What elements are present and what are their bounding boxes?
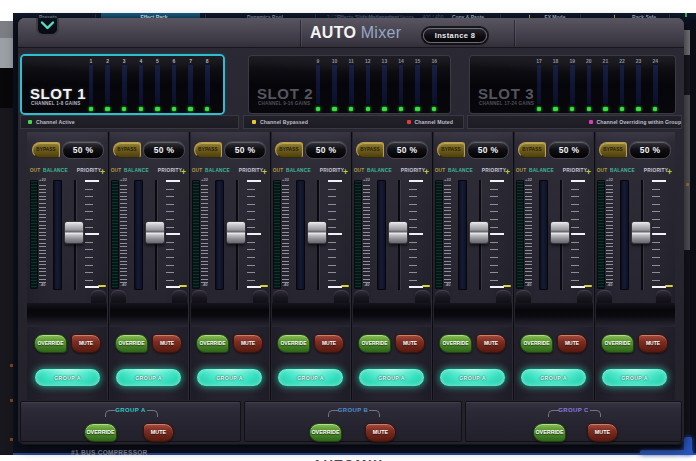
channel-gain-bar[interactable] (620, 65, 625, 104)
balance-fader-track[interactable] (458, 180, 467, 290)
override-button[interactable]: OVERRIDE (439, 334, 472, 353)
override-button[interactable]: OVERRIDE (358, 334, 391, 353)
divider-tab[interactable] (577, 290, 592, 303)
channel-gain-bar[interactable] (122, 65, 127, 104)
bypass-button[interactable]: BYPASS (437, 142, 465, 158)
mute-button[interactable]: MUTE (71, 334, 101, 353)
divider-tab[interactable] (656, 290, 671, 303)
slot-panel-3[interactable]: SLOT 3 CHANNEL 17-24 GAINS 17 18 19 20 2… (470, 56, 675, 113)
override-button[interactable]: OVERRIDE (277, 334, 310, 353)
group-override-button[interactable]: OVERRIDE (309, 423, 342, 442)
bypass-button[interactable]: BYPASS (356, 142, 384, 158)
priority-fader-handle[interactable] (64, 221, 84, 244)
priority-fader-handle[interactable] (631, 221, 651, 244)
priority-fader-handle[interactable] (550, 221, 570, 244)
group-assign-button[interactable]: GROUP A (196, 368, 263, 387)
instance-selector[interactable]: Instance 8 (423, 28, 487, 43)
balance-fader-track[interactable] (539, 180, 548, 290)
channel-gain-bar[interactable] (603, 65, 608, 104)
channel-gain-bar[interactable] (636, 65, 641, 104)
override-button[interactable]: OVERRIDE (520, 334, 553, 353)
channel-gain-bar[interactable] (105, 65, 110, 104)
group-mute-button[interactable]: MUTE (143, 423, 174, 442)
group-override-button[interactable]: OVERRIDE (84, 423, 117, 442)
slot-panel-1[interactable]: SLOT 1 CHANNEL 1-8 GAINS 1 2 3 4 5 6 7 8 (22, 56, 223, 113)
override-button[interactable]: OVERRIDE (34, 334, 67, 353)
divider-tab[interactable] (111, 290, 126, 303)
mute-button[interactable]: MUTE (233, 334, 263, 353)
gain-value[interactable]: 50 % (143, 141, 185, 159)
balance-fader-track[interactable] (296, 180, 305, 290)
override-button[interactable]: OVERRIDE (601, 334, 634, 353)
balance-fader-track[interactable] (53, 180, 62, 290)
priority-fader-handle[interactable] (469, 221, 489, 244)
bypass-button[interactable]: BYPASS (113, 142, 141, 158)
divider-tab[interactable] (354, 290, 369, 303)
divider-tab[interactable] (192, 290, 207, 303)
priority-fader-handle[interactable] (226, 221, 246, 244)
balance-fader-track[interactable] (134, 180, 143, 290)
gain-value[interactable]: 50 % (305, 141, 347, 159)
channel-gain-bar[interactable] (382, 65, 387, 104)
group-assign-button[interactable]: GROUP A (115, 368, 182, 387)
channel-gain-bar[interactable] (366, 65, 371, 104)
slot-panel-2[interactable]: SLOT 2 CHANNEL 9-16 GAINS 9 10 11 12 13 … (249, 56, 450, 113)
group-assign-button[interactable]: GROUP A (520, 368, 587, 387)
mute-button[interactable]: MUTE (395, 334, 425, 353)
gain-value[interactable]: 50 % (467, 141, 509, 159)
channel-gain-bar[interactable] (432, 65, 437, 104)
channel-gain-bar[interactable] (205, 65, 210, 104)
divider-tab[interactable] (91, 290, 106, 303)
priority-fader-handle[interactable] (145, 221, 165, 244)
channel-gain-bar[interactable] (188, 65, 193, 104)
mute-button[interactable]: MUTE (314, 334, 344, 353)
group-assign-button[interactable]: GROUP A (358, 368, 425, 387)
mute-button[interactable]: MUTE (476, 334, 506, 353)
group-assign-button[interactable]: GROUP A (439, 368, 506, 387)
group-assign-button[interactable]: GROUP A (601, 368, 668, 387)
mute-button[interactable]: MUTE (638, 334, 668, 353)
gain-value[interactable]: 50 % (629, 141, 671, 159)
group-assign-button[interactable]: GROUP A (34, 368, 101, 387)
bypass-button[interactable]: BYPASS (518, 142, 546, 158)
divider-tab[interactable] (516, 290, 531, 303)
balance-fader-track[interactable] (620, 180, 629, 290)
channel-gain-bar[interactable] (316, 65, 321, 104)
channel-gain-bar[interactable] (553, 65, 558, 104)
divider-tab[interactable] (435, 290, 450, 303)
mute-button[interactable]: MUTE (152, 334, 182, 353)
gain-value[interactable]: 50 % (548, 141, 590, 159)
balance-fader-track[interactable] (377, 180, 386, 290)
divider-tab[interactable] (496, 290, 511, 303)
bypass-button[interactable]: BYPASS (275, 142, 303, 158)
override-button[interactable]: OVERRIDE (115, 334, 148, 353)
channel-gain-bar[interactable] (415, 65, 420, 104)
priority-fader-handle[interactable] (307, 221, 327, 244)
gain-value[interactable]: 50 % (386, 141, 428, 159)
bypass-button[interactable]: BYPASS (194, 142, 222, 158)
channel-gain-bar[interactable] (653, 65, 658, 104)
channel-gain-bar[interactable] (89, 65, 94, 104)
divider-tab[interactable] (253, 290, 268, 303)
group-mute-button[interactable]: MUTE (587, 423, 618, 442)
bypass-button[interactable]: BYPASS (32, 142, 60, 158)
channel-gain-bar[interactable] (587, 65, 592, 104)
divider-tab[interactable] (334, 290, 349, 303)
gain-value[interactable]: 50 % (224, 141, 266, 159)
group-mute-button[interactable]: MUTE (365, 423, 396, 442)
divider-tab[interactable] (597, 290, 612, 303)
group-override-button[interactable]: OVERRIDE (533, 423, 566, 442)
channel-gain-bar[interactable] (537, 65, 542, 104)
channel-gain-bar[interactable] (172, 65, 177, 104)
divider-tab[interactable] (273, 290, 288, 303)
divider-tab[interactable] (172, 290, 187, 303)
balance-fader-track[interactable] (215, 180, 224, 290)
gain-value[interactable]: 50 % (62, 141, 104, 159)
mute-button[interactable]: MUTE (557, 334, 587, 353)
channel-gain-bar[interactable] (139, 65, 144, 104)
group-assign-button[interactable]: GROUP A (277, 368, 344, 387)
channel-gain-bar[interactable] (399, 65, 404, 104)
bypass-button[interactable]: BYPASS (599, 142, 627, 158)
divider-tab[interactable] (415, 290, 430, 303)
channel-gain-bar[interactable] (332, 65, 337, 104)
